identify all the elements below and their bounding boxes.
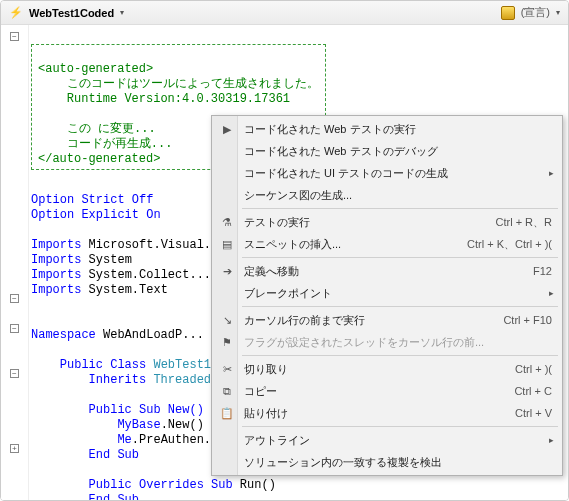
menu-shortcut: Ctrl + C — [514, 385, 552, 397]
fold-toggle[interactable]: − — [10, 369, 19, 378]
menu-separator — [242, 208, 558, 209]
code-line: MyBase.New() — [31, 418, 204, 432]
menu-item-label: コード化された UI テストのコードの生成 — [244, 166, 552, 181]
menu-item-label: ブレークポイント — [244, 286, 552, 301]
chevron-right-icon: ▸ — [549, 168, 554, 178]
goto-icon: ➔ — [219, 263, 235, 279]
menu-item-label: シーケンス図の生成... — [244, 188, 552, 203]
declaration-icon — [501, 6, 515, 20]
menu-shortcut: Ctrl + V — [515, 407, 552, 419]
menu-item-label: スニペットの挿入... — [244, 237, 467, 252]
menu-item-label: コード化された Web テストの実行 — [244, 122, 552, 137]
code-line: Public Class WebTest1... — [31, 358, 233, 372]
code-line: コードが再生成... — [38, 137, 172, 151]
fold-toggle[interactable]: − — [10, 294, 19, 303]
header-bar: ⚡ WebTest1Coded ▾ (宣言) ▾ — [1, 1, 568, 25]
code-line: このコードはツールによって生成されました。 — [38, 77, 319, 91]
code-line: Imports System.Text — [31, 283, 168, 297]
menu-item[interactable]: シーケンス図の生成... — [214, 184, 560, 206]
run-to-icon: ↘ — [219, 312, 235, 328]
code-line: Namespace WebAndLoadP... — [31, 328, 204, 342]
menu-item-label: アウトライン — [244, 433, 552, 448]
menu-item-label: コード化された Web テストのデバッグ — [244, 144, 552, 159]
code-line: </auto-generated> — [38, 152, 160, 166]
menu-separator — [242, 355, 558, 356]
code-line: Public Sub New() — [31, 403, 204, 417]
menu-shortcut: F12 — [533, 265, 552, 277]
run-icon: ▶ — [219, 121, 235, 137]
header-left: ⚡ WebTest1Coded ▾ — [9, 6, 124, 19]
menu-item[interactable]: コード化された Web テストのデバッグ — [214, 140, 560, 162]
code-line: Runtime Version:4.0.30319.17361 — [38, 92, 290, 106]
code-line: Imports Microsoft.Visual... — [31, 238, 225, 252]
context-menu: ▶コード化された Web テストの実行コード化された Web テストのデバッグコ… — [211, 115, 563, 476]
fold-toggle[interactable]: − — [10, 324, 19, 333]
menu-shortcut: Ctrl + R、R — [495, 215, 552, 230]
menu-item[interactable]: ▤スニペットの挿入...Ctrl + K、Ctrl + )( — [214, 233, 560, 255]
code-line: End Sub — [31, 448, 139, 462]
menu-item[interactable]: ➔定義へ移動F12 — [214, 260, 560, 282]
code-line: この に変更... — [38, 122, 156, 136]
code-editor[interactable]: − − − − + <auto-generated> このコードはツールによって… — [1, 25, 568, 500]
fold-toggle[interactable]: − — [10, 32, 19, 41]
menu-separator — [242, 426, 558, 427]
chevron-right-icon: ▸ — [549, 435, 554, 445]
menu-item[interactable]: ブレークポイント▸ — [214, 282, 560, 304]
code-line: Imports System — [31, 253, 132, 267]
menu-shortcut: Ctrl + F10 — [503, 314, 552, 326]
chevron-right-icon: ▸ — [549, 288, 554, 298]
menu-item[interactable]: ⧉コピーCtrl + C — [214, 380, 560, 402]
copy-icon: ⧉ — [219, 383, 235, 399]
chevron-down-icon[interactable]: ▾ — [556, 8, 560, 17]
menu-item-label: テストの実行 — [244, 215, 495, 230]
code-line: Me.PreAuthen... — [31, 433, 225, 447]
code-line: Inherits Threaded... — [31, 373, 233, 387]
paste-icon: 📋 — [219, 405, 235, 421]
snippet-icon: ▤ — [219, 236, 235, 252]
menu-item[interactable]: ⚗テストの実行Ctrl + R、R — [214, 211, 560, 233]
menu-item[interactable]: 📋貼り付けCtrl + V — [214, 402, 560, 424]
code-line: End Sub — [31, 493, 139, 501]
menu-item: ⚑フラグが設定されたスレッドをカーソル行の前... — [214, 331, 560, 353]
menu-item-label: ソリューション内の一致する複製を検出 — [244, 455, 552, 470]
menu-item[interactable]: ✂切り取りCtrl + )( — [214, 358, 560, 380]
flask-icon: ⚗ — [219, 214, 235, 230]
menu-item[interactable]: ↘カーソル行の前まで実行Ctrl + F10 — [214, 309, 560, 331]
cut-icon: ✂ — [219, 361, 235, 377]
chevron-down-icon[interactable]: ▾ — [120, 8, 124, 17]
menu-separator — [242, 257, 558, 258]
menu-item-label: カーソル行の前まで実行 — [244, 313, 503, 328]
flag-icon: ⚑ — [219, 334, 235, 350]
menu-item-label: フラグが設定されたスレッドをカーソル行の前... — [244, 335, 552, 350]
menu-item-label: コピー — [244, 384, 514, 399]
menu-item[interactable]: ▶コード化された Web テストの実行 — [214, 118, 560, 140]
header-title[interactable]: WebTest1Coded — [29, 7, 114, 19]
header-right: (宣言) ▾ — [501, 5, 560, 20]
code-line: Option Strict Off — [31, 193, 153, 207]
menu-item-label: 切り取り — [244, 362, 515, 377]
lightning-icon: ⚡ — [9, 6, 23, 19]
code-line: Imports System.Collect... — [31, 268, 211, 282]
menu-separator — [242, 306, 558, 307]
declaration-label[interactable]: (宣言) — [521, 5, 550, 20]
menu-item[interactable]: ソリューション内の一致する複製を検出 — [214, 451, 560, 473]
menu-item[interactable]: アウトライン▸ — [214, 429, 560, 451]
fold-gutter: − − − − + — [1, 25, 29, 500]
menu-item[interactable]: コード化された UI テストのコードの生成▸ — [214, 162, 560, 184]
code-line: <auto-generated> — [38, 62, 153, 76]
code-line: Option Explicit On — [31, 208, 161, 222]
menu-shortcut: Ctrl + K、Ctrl + )( — [467, 237, 552, 252]
menu-item-label: 貼り付け — [244, 406, 515, 421]
menu-item-label: 定義へ移動 — [244, 264, 533, 279]
fold-toggle[interactable]: + — [10, 444, 19, 453]
code-line: Public Overrides Sub Run() — [31, 478, 276, 492]
menu-shortcut: Ctrl + )( — [515, 363, 552, 375]
